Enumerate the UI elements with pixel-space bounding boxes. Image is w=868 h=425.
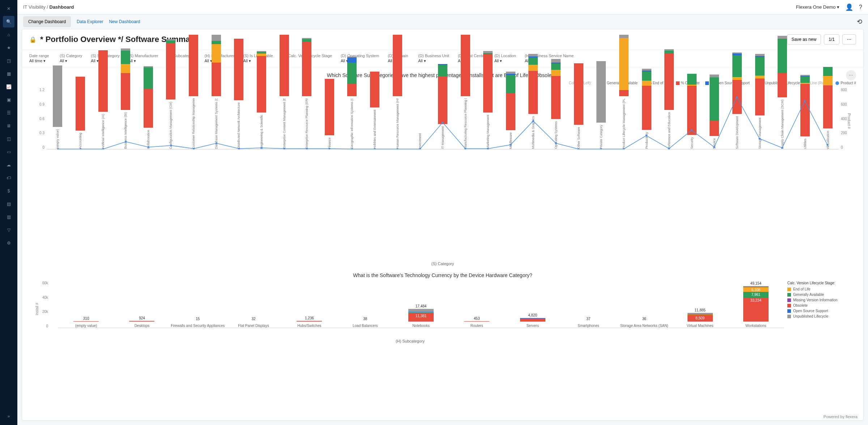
pager-button[interactable]: 1/1 (824, 34, 839, 44)
bar-col[interactable]: Utilities (794, 75, 816, 149)
filter--d-business-unit[interactable]: (D) Business UnitAll ▾ (418, 54, 449, 63)
bar2-col[interactable]: 17,48411,381Notebooks (393, 304, 449, 328)
dollar-icon[interactable]: $ (3, 185, 14, 197)
chart2-section: What is the Software's Technology Curren… (22, 271, 863, 352)
lock-icon: 🔒 (29, 36, 37, 43)
chart1-xlabel: (S) Category (29, 262, 856, 266)
chart2-legend: Calc. Version Lifecycle Stage:End of Lif… (784, 281, 849, 343)
bar-col[interactable]: Productivity (635, 69, 658, 149)
bar-col[interactable]: Service (703, 75, 726, 149)
user-icon[interactable]: 👤 (845, 3, 853, 11)
bar2-col[interactable]: 38Load Balancers (337, 317, 393, 328)
chart1-yaxis-left: 1.20.90.60.30 (29, 88, 47, 149)
box-icon[interactable]: ◫ (3, 133, 14, 145)
bar-col[interactable]: IT Management (432, 64, 454, 149)
bar2-col[interactable]: 15Firewalls and Security Appliances (170, 317, 226, 328)
bar2-col[interactable]: 1,236Hubs/Switches (281, 316, 337, 328)
chart2-title: What is the Software's Technology Curren… (29, 272, 856, 278)
more-button[interactable]: ⋯ (842, 34, 856, 44)
bar-col[interactable]: Marketing Management (477, 51, 499, 149)
server-icon[interactable]: ▣ (3, 94, 14, 106)
clipboard-icon[interactable]: ▥ (3, 211, 14, 223)
bar-col[interactable]: Enterprise Resource Planning (ERP) (296, 38, 318, 149)
bar2-col[interactable]: 453Routers (449, 316, 505, 328)
chart1-bars: (empty value)AccountingArtificial Intell… (47, 88, 839, 149)
bar-col[interactable]: Virtualization (817, 67, 839, 149)
bar-col[interactable]: Storage Management (749, 54, 771, 149)
bar2-col[interactable]: 49,15433,2347,9616,108Workstations (728, 281, 784, 328)
cloud-icon[interactable]: ☁ (3, 159, 14, 171)
bar-col[interactable]: Distributed Network Architecture (228, 39, 250, 149)
bar2-col[interactable]: 4,820Servers (505, 313, 561, 328)
bar-col[interactable]: Supply Chain Management (SCM) (771, 36, 793, 149)
tag-icon[interactable]: 🏷 (3, 172, 14, 184)
logo-icon[interactable]: ✕ (3, 3, 14, 14)
bar-col[interactable]: Business Intelligence (BI) (115, 48, 137, 149)
apps-icon[interactable]: ▦ (3, 68, 14, 80)
bar2-col[interactable]: 11,8858,509Virtual Machines (672, 308, 728, 328)
chart1-menu-button[interactable]: ⋯ (846, 70, 856, 80)
calendar-icon[interactable]: ▤ (3, 198, 14, 210)
bar-col[interactable]: Database Management Systems (DBMS) (205, 35, 227, 149)
org-selector[interactable]: Flexera One Demo ▾ (796, 4, 839, 10)
bar-col[interactable]: Enterprise Content Management (ECM) (273, 35, 295, 149)
bar-col[interactable]: Engineering & Scientific (251, 51, 273, 149)
data-explorer-link[interactable]: Data Explorer (77, 19, 103, 24)
change-dashboard-button[interactable]: Change Dashboard (23, 16, 71, 27)
breadcrumb: IT Visibility / Dashboard (23, 4, 74, 10)
bar-col[interactable]: Reference and Education (658, 49, 680, 149)
chart2-bars: 310(empty value)924Desktops15Firewalls a… (58, 281, 784, 328)
screen-icon[interactable]: ▭ (3, 146, 14, 158)
star-icon[interactable]: ★ (3, 42, 14, 54)
bar-col[interactable]: Finance (319, 79, 341, 149)
breadcrumb-path: IT Visibility / (23, 4, 48, 10)
expand-icon[interactable]: » (3, 411, 14, 422)
filter-icon[interactable]: ▽ (3, 224, 14, 236)
search-icon[interactable]: 🔍 (3, 16, 14, 27)
filter-date-range[interactable]: Date rangeAll time ▾ (29, 54, 51, 63)
bar-col[interactable]: Collaboration (137, 66, 159, 149)
toolbar: Change Dashboard Data Explorer New Dashb… (17, 14, 868, 29)
bar-col[interactable]: Other Software (567, 63, 590, 149)
chart1-y2-label: Product # (847, 113, 851, 129)
cube-icon[interactable]: ◳ (3, 55, 14, 67)
bar-col[interactable]: (empty value) (47, 65, 69, 149)
chart2-xlabel: (H) Subcategory (37, 339, 784, 343)
bar2-col[interactable]: 924Desktops (114, 316, 170, 328)
breadcrumb-current: Dashboard (50, 4, 74, 10)
share-icon[interactable]: ⟲ (857, 18, 862, 26)
sidebar: ✕ 🔍 ⌂ ★ ◳ ▦ 📈 ▣ ☰ 🖥 ◫ ▭ ☁ 🏷 $ ▤ ▥ ▽ ⚙ » (0, 0, 17, 425)
bar2-col[interactable]: 36Storage Area Networks (SAN) (616, 317, 672, 328)
gear-icon[interactable]: ⚙ (3, 237, 14, 249)
bar-col[interactable]: Multimedia & Graphics (522, 54, 544, 149)
bar-col[interactable]: Manufacturing Resource Planning (MRP) (454, 35, 476, 149)
new-dashboard-link[interactable]: New Dashboard (109, 19, 140, 24)
bar-col[interactable]: Configuration Management (CM) (160, 39, 182, 149)
home-icon[interactable]: ⌂ (3, 29, 14, 41)
bar-col[interactable]: Software Development (726, 52, 748, 149)
bar-col[interactable]: Investment (409, 131, 431, 149)
bar2-col[interactable]: 37Smartphones (561, 317, 616, 328)
bar-col[interactable]: Private Category (590, 61, 612, 149)
list-icon[interactable]: ☰ (3, 107, 14, 119)
footer: Powered by flexera (824, 415, 858, 419)
main: IT Visibility / Dashboard Flexera One De… (17, 0, 868, 425)
chart-icon[interactable]: 📈 (3, 81, 14, 93)
filter--s-category[interactable]: (S) CategoryAll ▾ (60, 54, 82, 63)
bar-col[interactable]: Hobbies and Entertainment (364, 72, 386, 149)
bar-col[interactable]: Artificial Intelligence (AI) (92, 50, 114, 149)
monitor-icon[interactable]: 🖥 (3, 120, 14, 132)
bar-col[interactable]: Product Lifecycle Management (PLM) (613, 35, 635, 149)
bar-col[interactable]: Geographic Information Systems (GIS) (341, 56, 363, 149)
bar-col[interactable]: Operating Systems (545, 59, 567, 149)
content: 🔒 * Portfolio Overview */ Software Summa… (22, 29, 864, 421)
bar-col[interactable]: Human Resource Management (HRM) (386, 35, 408, 149)
bar-col[interactable]: Middleware (500, 72, 522, 149)
bar2-col[interactable]: 310(empty value) (58, 316, 114, 328)
bar2-col[interactable]: 32Flat Panel Displays (226, 317, 281, 328)
bar-col[interactable]: Accounting (69, 77, 92, 149)
help-icon[interactable]: ? (859, 4, 862, 10)
bar-col[interactable]: Customer Relationship Management (CRM) (183, 35, 205, 149)
bar-col[interactable]: Security (681, 74, 703, 149)
chart2-ylabel: Install # (35, 303, 39, 315)
